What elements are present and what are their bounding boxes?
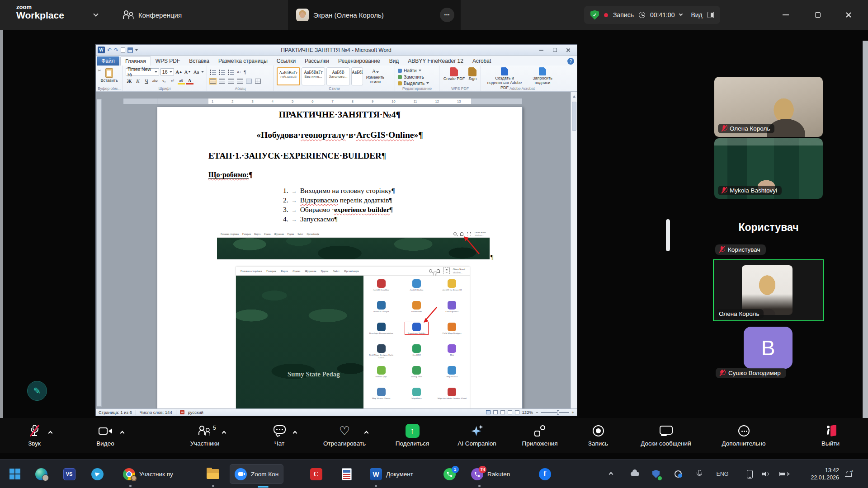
word-minimize-button[interactable] — [534, 46, 548, 54]
paste-button[interactable]: Вставить — [99, 78, 120, 83]
app-tile[interactable]: Map Viewer Classic — [363, 387, 399, 408]
select-button[interactable]: Выделить — [398, 80, 436, 86]
align-center-icon[interactable] — [219, 79, 225, 84]
underline-button[interactable]: Ч — [143, 77, 150, 84]
taskbar-visual-studio[interactable]: VS — [61, 465, 78, 483]
align-right-icon[interactable] — [228, 79, 234, 84]
tab-more-button[interactable]: ••• — [440, 8, 454, 22]
word-close-button[interactable] — [561, 46, 575, 54]
toolbar-chat-button[interactable]: Чат — [250, 418, 309, 453]
superscript-button[interactable]: x² — [169, 77, 176, 84]
app-tile[interactable]: ArcGIS for Power BI — [434, 278, 470, 300]
app-tile[interactable]: Maps for Adobe Creative Cloud — [434, 387, 470, 408]
close-button[interactable] — [835, 0, 862, 30]
video-tile-olena[interactable]: Олена Король — [714, 77, 823, 137]
timer-chevron-icon[interactable] — [679, 12, 683, 16]
view-fullscreen-icon[interactable] — [493, 410, 498, 414]
undo-icon[interactable]: ↶ — [107, 47, 112, 53]
taskbar-clock[interactable]: 13:42 22.01.2026 — [796, 467, 839, 482]
app-tile[interactable]: Dashboards — [399, 300, 434, 322]
taskbar-viber-window[interactable]: 74 Rakuten — [467, 464, 514, 484]
participant-tile-no-video[interactable]: Користувач — [715, 244, 766, 255]
app-tile[interactable]: ArcGIS Online — [399, 278, 434, 300]
app-tile[interactable]: Business Analyst — [363, 300, 399, 322]
taskbar-red-c-app[interactable]: C — [307, 465, 325, 483]
security-shield-icon[interactable] — [651, 468, 661, 480]
italic-button[interactable]: К — [134, 77, 142, 84]
app-tile[interactable]: Living Atlas — [399, 365, 434, 387]
video-tile-mykola[interactable]: Mykola Bashtovyi — [714, 138, 823, 199]
replace-button[interactable]: Заменить — [398, 74, 436, 80]
active-speaker-tile[interactable]: Олена Король — [713, 259, 824, 321]
shrink-font-button[interactable]: А▼ — [184, 68, 191, 75]
subscript-button[interactable]: x₂ — [160, 77, 168, 84]
word-scrollbar[interactable] — [571, 92, 577, 408]
notification-bell-icon[interactable]: z — [844, 468, 854, 480]
highlight-button[interactable]: аб — [178, 77, 185, 84]
style-normal[interactable]: АаБбВвГгОбычный — [277, 67, 300, 85]
app-tile[interactable]: Field Maps Designer — [434, 322, 470, 343]
tab-wps-pdf[interactable]: WPS PDF — [151, 56, 185, 66]
style-no-spacing[interactable]: АаБбВвГгБез инте... — [302, 67, 325, 85]
sync-icon[interactable] — [673, 468, 683, 480]
annotation-pencil-button[interactable]: ✎ — [27, 381, 47, 401]
minimize-button[interactable] — [772, 0, 799, 30]
view-outline-icon[interactable] — [508, 410, 512, 414]
taskbar-zoom-window-active[interactable]: Zoom Кон — [230, 464, 283, 484]
view-label[interactable]: Вид — [691, 11, 702, 19]
bullet-list-icon[interactable] — [210, 69, 216, 75]
battery-icon[interactable] — [778, 468, 789, 480]
video-options-chevron-icon[interactable] — [120, 431, 125, 436]
start-button[interactable] — [6, 465, 24, 483]
strikethrough-button[interactable]: abc — [151, 77, 159, 84]
app-tile[interactable]: Data Pipelines — [434, 300, 470, 322]
app-tile[interactable]: Map Viewer — [434, 365, 470, 387]
taskbar-finereader[interactable] — [338, 465, 355, 483]
find-button[interactable]: Найти — [398, 67, 436, 74]
app-tile[interactable]: Developer Documentation — [363, 322, 399, 343]
tab-review[interactable]: Рецензирование — [334, 56, 385, 66]
style-heading[interactable]: АаБбВЗаголово... — [326, 67, 350, 85]
toolbar-audio-button[interactable]: Звук — [5, 418, 64, 453]
view-web-icon[interactable] — [500, 410, 505, 414]
bold-button[interactable]: Ж — [126, 77, 133, 84]
cut-icon[interactable]: ✂ — [98, 68, 101, 73]
tab-home[interactable]: Главная — [120, 56, 151, 66]
toolbar-participants-button[interactable]: 5 Участники — [175, 418, 234, 453]
redo-icon[interactable]: ↷ — [114, 47, 118, 53]
tab-acrobat[interactable]: Acrobat — [468, 56, 495, 66]
app-tile[interactable]: ArcGIS Excalibur — [363, 278, 399, 300]
view-draft-icon[interactable] — [515, 410, 519, 414]
taskbar-file-explorer[interactable] — [204, 465, 222, 483]
numbered-list-icon[interactable] — [219, 69, 225, 75]
tab-view[interactable]: Вид — [385, 56, 404, 66]
taskbar-whatsapp[interactable]: 1 — [441, 465, 458, 483]
taskbar-facebook[interactable]: f — [536, 465, 553, 483]
show-marks-icon[interactable]: ¶ — [244, 69, 246, 75]
tab-screen-share[interactable]: Экран (Олена Король) ••• — [288, 0, 461, 30]
new-document-icon[interactable] — [121, 47, 125, 53]
chat-chevron-icon[interactable] — [293, 431, 297, 436]
zoom-in-button[interactable]: + — [571, 410, 574, 415]
participant-tile-sushko[interactable]: Сушко Володимир — [716, 368, 786, 378]
zoom-slider[interactable] — [541, 412, 569, 413]
taskbar-word-window[interactable]: W Документ — [365, 464, 418, 484]
style-partial[interactable]: АаБбВ — [351, 67, 363, 85]
tray-expand-button[interactable] — [606, 468, 616, 480]
view-grid-icon[interactable] — [708, 12, 714, 18]
language-indicator[interactable]: ENG — [714, 468, 731, 480]
app-tile[interactable]: Hub — [434, 343, 470, 365]
align-left-icon[interactable] — [210, 79, 216, 84]
tab-insert[interactable]: Вставка — [184, 56, 214, 66]
font-size-select[interactable]: 16 — [160, 68, 174, 75]
create-pdf-button[interactable]: Create PDF — [443, 67, 465, 86]
tab-page-layout[interactable]: Разметка страницы — [214, 56, 272, 66]
sort-icon[interactable]: А↓ — [237, 70, 241, 74]
align-justify-icon[interactable] — [237, 79, 243, 84]
save-icon[interactable] — [127, 47, 133, 53]
toolbar-share-button[interactable]: ↑ Поделиться — [383, 418, 442, 453]
toolbar-react-button[interactable]: ♡ Отреагировать — [315, 418, 374, 453]
toolbar-more-button[interactable]: Дополнительно — [714, 418, 773, 453]
font-name-select[interactable]: Times New Ri — [126, 68, 159, 75]
taskbar-telegram[interactable] — [89, 465, 106, 483]
